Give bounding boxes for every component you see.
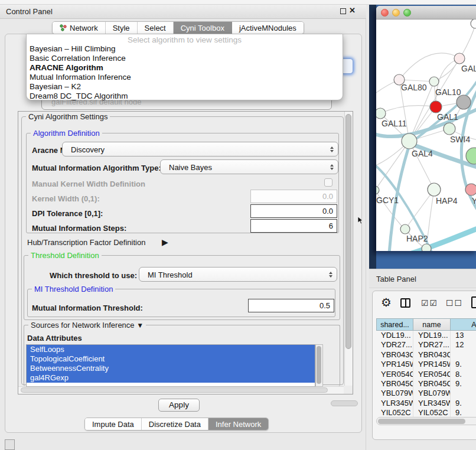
dpi-tolerance-input[interactable]: 0.0 [250,204,337,218]
minimized-panel-box[interactable] [5,439,15,450]
table-cell: 12 [451,340,476,350]
table-row[interactable]: YBR043CYBR043C [376,350,476,360]
restore-icon[interactable] [340,8,346,14]
mi-threshold-input[interactable]: 0.5 [248,299,334,312]
network-window: GALGAL80GAL10GAL1GAL11GAL4SWI4GCY1HAP4YH… [376,6,476,251]
control-panel-title: Control Panel [6,7,53,16]
cyni-mode-tabbar: Impute DataDiscretize DataInfer Network [84,418,269,431]
algorithm-option-aracne-algorithm[interactable]: ARACNE Algorithm [27,63,343,73]
settings-horizontal-scrollbar-thumb[interactable] [21,387,328,393]
table-horizontal-scrollbar[interactable] [376,417,476,425]
network-node-swi4[interactable] [466,148,476,164]
close-button[interactable] [381,9,389,17]
table-cell: YDL19... [376,331,413,340]
network-node-gal11[interactable] [376,108,386,119]
network-edge [380,106,436,113]
attribute-topologicalcoefficient[interactable]: TopologicalCoefficient [27,354,315,364]
mi-algorithm-type-value: Naive Bayes [169,162,212,171]
algorithm-option-mutual-information-inference[interactable]: Mutual Information Inference [27,73,343,82]
apply-button[interactable]: Apply [158,399,200,412]
algorithm-dropdown: Select algorithm to view settings Bayesi… [26,34,343,100]
table-cell: YPR145W [376,360,413,369]
algorithm-option-bayesian-hill-climbing[interactable]: Bayesian – Hill Climbing [27,44,343,54]
table-panel-header: Table Panel [369,269,476,288]
table-cell: 13 [451,331,476,340]
tab-cyni-toolbox[interactable]: Cyni Toolbox [174,22,232,34]
mi-algorithm-type-select[interactable]: Naive Bayes [160,159,338,174]
kernel-width-label: Kernel Width (0,1): [32,194,100,203]
close-icon[interactable]: ✕ [349,6,356,15]
network-node-hap4[interactable] [428,183,441,196]
tab-jactivemnodules[interactable]: jActiveMNodules [232,22,304,34]
network-node-gal4[interactable] [402,133,417,149]
table-cell: YBL079W [376,389,413,398]
hub-definition-label[interactable]: Hub/Transcription Factor Definition [27,238,145,247]
mi-threshold-group-title: MI Threshold Definition [32,285,115,294]
table-row[interactable]: YLR345WYLR345W9. [376,399,476,408]
threshold-definition-title: Threshold Definition [28,251,102,260]
table-row[interactable]: YDL19...YDL19...13 [376,331,476,340]
data-attributes-label: Data Attributes [27,334,82,343]
network-node[interactable] [430,101,442,113]
network-node-y[interactable] [465,184,476,195]
network-node[interactable] [422,244,431,251]
document-icon[interactable] [471,296,476,308]
expand-arrow-icon[interactable]: ▶ [162,237,168,247]
manual-kernel-width-checkbox[interactable] [324,178,332,187]
gear-icon[interactable]: ⚙ [381,295,392,309]
network-node-gal10[interactable] [429,77,439,86]
screen: Control Panel ✕ NetworkStyleSelectCyni T… [0,0,476,450]
column-header-shared[interactable]: shared... [376,318,413,331]
attribute-betweennesscentrality[interactable]: BetweennessCentrality [27,364,315,373]
mi-steps-input[interactable]: 6 [250,219,337,233]
attribute-list-scrollbar-thumb[interactable] [317,346,321,384]
panel-horizontal-scrollbar-thumb[interactable] [331,400,358,406]
tab-discretize-data[interactable]: Discretize Data [142,418,208,430]
tab-network[interactable]: Network [53,22,106,34]
table-cell: 8. [451,370,476,379]
deselect-all-checkbox-icon[interactable]: ☐☐ [446,298,463,308]
minimize-button[interactable] [392,9,400,17]
which-threshold-select[interactable]: MI Threshold [139,267,337,282]
network-canvas[interactable]: GALGAL80GAL10GAL1GAL11GAL4SWI4GCY1HAP4YH… [376,19,476,251]
network-node[interactable] [457,95,471,109]
tab-infer-network[interactable]: Infer Network [208,418,268,430]
table-cell: YDR27... [413,340,451,350]
tab-select[interactable]: Select [138,22,174,34]
table-cell: YER054C [376,370,413,379]
tab-label: jActiveMNodules [239,24,296,32]
network-node-gcy1[interactable] [376,186,379,194]
tab-style[interactable]: Style [106,22,138,34]
zoom-button[interactable] [403,9,411,17]
column-header-name[interactable]: name [413,318,451,331]
kernel-width-input[interactable]: 0.0 [250,190,337,203]
tab-impute-data[interactable]: Impute Data [85,418,142,430]
tab-label: Impute Data [92,420,134,429]
attribute-selfloops[interactable]: SelfLoops [27,345,315,354]
aracne-mode-select[interactable]: Discovery [62,142,338,156]
table-row[interactable]: YBL079WYBL079W [376,389,476,398]
table-row[interactable]: YBR045CYBR045C9. [376,379,476,389]
dpi-tolerance-label: DPI Tolerance [0,1]: [32,209,103,218]
tab-label: Select [145,24,166,32]
algorithm-option-bayesian-k2[interactable]: Bayesian – K2 [27,82,343,92]
table-row[interactable]: YER054CYER054C8. [376,370,476,379]
split-columns-icon[interactable] [400,298,410,308]
select-all-checkbox-icon[interactable]: ☑☑ [421,298,438,308]
spinner-arrows-icon [330,164,334,170]
table-row[interactable]: YPR145WYPR145W9. [376,360,476,369]
settings-vertical-scrollbar-thumb[interactable] [345,114,351,349]
table-row[interactable]: YDR27...YDR27...12 [376,340,476,350]
attribute-gal4rgexp[interactable]: gal4RGexp [27,373,315,383]
network-node-hap2[interactable] [400,224,410,234]
column-header-a[interactable]: A [451,318,476,331]
network-node-gal1[interactable] [444,123,455,135]
algorithm-option-basic-correlation-inference[interactable]: Basic Correlation Inference [27,54,343,63]
table-cell: YBR045C [413,379,451,389]
collapse-arrow-icon[interactable]: ▼ [136,321,144,330]
network-node[interactable] [471,19,476,28]
network-icon [60,24,67,31]
table-horizontal-scrollbar-thumb[interactable] [378,419,465,424]
network-node-gal[interactable] [454,53,465,64]
algorithm-option-dream8-dc-tdc-algorithm[interactable]: Dream8 DC_TDC Algorithm [27,92,343,101]
